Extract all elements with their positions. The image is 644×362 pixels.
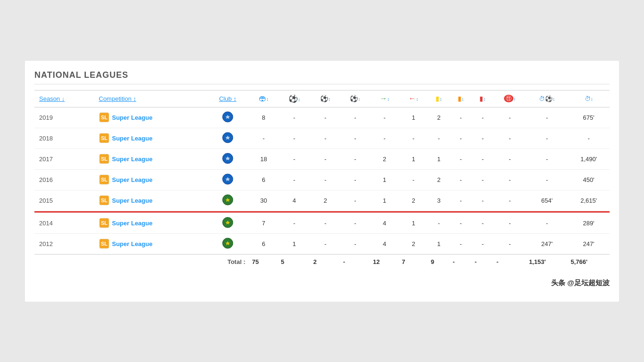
cell-yellow: 2 (428, 169, 450, 190)
cell-num11: - (494, 213, 526, 233)
cell-assists-out: 2 (399, 190, 428, 211)
cell-time-goals: 247' (526, 233, 568, 254)
cell-time-goals: 654' (526, 190, 568, 211)
cell-club (206, 107, 249, 128)
cell-assists-in: 4 (370, 213, 399, 233)
cell-time-goals: - (526, 128, 568, 148)
cell-assists-out: 1 (399, 213, 428, 233)
cell-assists-out: - (399, 169, 428, 190)
competition-link[interactable]: Super League (112, 114, 153, 121)
col-yellow[interactable]: ▮↕ (428, 90, 450, 107)
cell-yellow2: - (450, 128, 471, 148)
club-logo (222, 132, 233, 143)
svg-text:SL: SL (100, 197, 107, 203)
total-goals: 5 (278, 254, 311, 269)
col-season[interactable]: Season ↓ (34, 90, 96, 107)
cell-yellow2: - (450, 148, 471, 169)
cell-goals: - (278, 148, 311, 169)
col-assists-out[interactable]: ←↕ (399, 90, 428, 107)
competition-link[interactable]: Super League (112, 156, 153, 163)
cell-goals3: - (340, 107, 370, 128)
col-time-goals[interactable]: ⏱⚽↕ (526, 90, 568, 107)
cell-time-goals: - (526, 213, 568, 233)
competition-link[interactable]: Super League (112, 240, 153, 247)
col-competition[interactable]: Competition ↕ (96, 90, 206, 107)
cell-yellow2: - (450, 107, 471, 128)
total-yellow2: - (450, 254, 471, 269)
cell-assists-out: - (399, 128, 428, 148)
cell-goals2: 2 (311, 190, 340, 211)
col-yellow2[interactable]: ▮↕ (450, 90, 471, 107)
cell-yellow: - (428, 128, 450, 148)
cell-club (206, 190, 249, 211)
cell-season: 2012 (34, 233, 96, 254)
competition-link[interactable]: Super League (112, 220, 153, 227)
cell-num11: - (494, 148, 526, 169)
svg-text:SL: SL (100, 177, 107, 182)
col-goals[interactable]: ⚽↕ (278, 90, 311, 107)
cell-red: - (472, 233, 494, 254)
col-assists-in[interactable]: →↕ (370, 90, 399, 107)
cell-yellow: 3 (428, 190, 450, 211)
col-apps[interactable]: 🏟↕ (249, 90, 278, 107)
cell-time: 289' (568, 213, 610, 233)
cell-goals: 1 (278, 233, 311, 254)
col-num11[interactable]: ⑪↕ (494, 90, 526, 107)
col-club[interactable]: Club ↕ (206, 90, 249, 107)
table-row: 2014 SL Super League 7---41-----289' (34, 213, 610, 233)
competition-logo: SL (99, 112, 109, 123)
cell-time-goals: - (526, 169, 568, 190)
totals-row: Total : 75 5 2 - 12 7 9 - - - 1,153' 5,7… (34, 254, 610, 269)
col-goals3[interactable]: ⚽↕ (340, 90, 370, 107)
cell-time: 450' (568, 169, 610, 190)
total-assists-in: 12 (370, 254, 399, 269)
total-apps: 75 (249, 254, 278, 269)
competition-link[interactable]: Super League (112, 197, 153, 204)
total-red: - (472, 254, 494, 269)
table-row: 2018 SL Super League ------------ (34, 128, 610, 148)
cell-club (206, 148, 249, 169)
cell-yellow: 1 (428, 233, 450, 254)
competition-logo: SL (99, 154, 109, 164)
cell-time: 247' (568, 233, 610, 254)
cell-season: 2016 (34, 169, 96, 190)
competition-link[interactable]: Super League (112, 135, 153, 142)
col-red[interactable]: ▮↕ (472, 90, 494, 107)
competition-logo: SL (99, 195, 109, 206)
cell-competition: SL Super League (96, 107, 206, 128)
total-num11: - (494, 254, 526, 269)
main-container: NATIONAL LEAGUES Season ↓ Competition ↕ … (25, 61, 619, 302)
cell-num11: - (494, 233, 526, 254)
total-yellow: 9 (428, 254, 450, 269)
cell-red: - (472, 190, 494, 211)
total-goals2: 2 (311, 254, 340, 269)
cell-num11: - (494, 169, 526, 190)
cell-goals2: - (311, 169, 340, 190)
club-logo (222, 111, 233, 123)
cell-red: - (472, 148, 494, 169)
cell-club (206, 233, 249, 254)
cell-time: 1,490' (568, 148, 610, 169)
col-time[interactable]: ⏱↕ (568, 90, 610, 107)
cell-assists-out: 1 (399, 107, 428, 128)
cell-assists-out: 1 (399, 148, 428, 169)
section-title: NATIONAL LEAGUES (34, 70, 610, 84)
table-row: 2012 SL Super League 61--421---247'247' (34, 233, 610, 254)
cell-yellow: - (428, 213, 450, 233)
table-row: 2016 SL Super League 6---1-2----450' (34, 169, 610, 190)
club-logo (222, 217, 233, 228)
cell-yellow2: - (450, 169, 471, 190)
cell-apps: 8 (249, 107, 278, 128)
watermark: 头条 @足坛超短波 (34, 279, 610, 288)
cell-apps: 30 (249, 190, 278, 211)
cell-goals2: - (311, 107, 340, 128)
cell-apps: 6 (249, 233, 278, 254)
cell-goals3: - (340, 128, 370, 148)
col-goals2[interactable]: ⚽↕ (311, 90, 340, 107)
cell-goals3: - (340, 148, 370, 169)
cell-season: 2015 (34, 190, 96, 211)
cell-apps: 7 (249, 213, 278, 233)
competition-link[interactable]: Super League (112, 176, 153, 183)
cell-red: - (472, 169, 494, 190)
cell-goals: - (278, 107, 311, 128)
